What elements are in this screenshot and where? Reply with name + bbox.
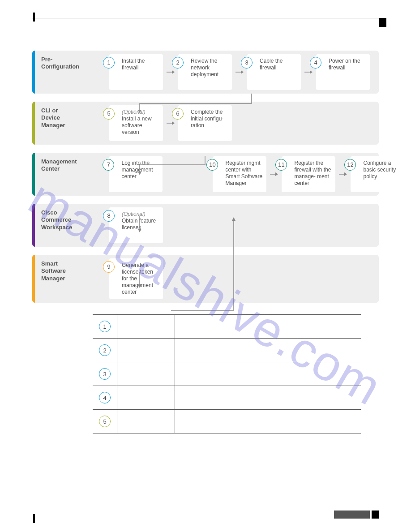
step-card-11: 11 Register the firewall with the manage… [282,156,335,192]
step-badge: 11 [275,159,287,171]
table-cell [117,362,175,386]
svg-marker-18 [344,172,347,176]
step-badge: 10 [206,159,218,171]
step-card-1: 1 Install the firewall [109,54,163,90]
footer-bar [334,511,370,519]
page-crop-mark [379,18,386,27]
step-optional: (Optional) [122,109,146,115]
table-row: 2 [93,339,361,362]
step-card-4: 4 Power on the firewall [316,54,370,90]
table-row: 4 [93,386,361,410]
step-text: Complete the initial configu- ration [191,109,223,129]
step-badge: 6 [172,108,184,120]
step-badge: 4 [310,57,321,69]
step-text: Cable the firewall [260,58,283,71]
step-badge: 7 [103,159,114,171]
step-text: Power on the firewall [329,58,360,71]
table-cell [117,386,175,409]
step-text: Install a new software version [122,116,152,135]
row-badge: 2 [99,344,111,356]
step-card-12: 12 Configure a basic security policy [351,156,404,192]
stage-label: Management Center [32,153,81,196]
step-card-6: 6 Complete the initial configu- ration [178,105,232,141]
row-badge: 3 [99,368,111,380]
stage-pre-configuration: Pre- Configuration 1 Install the firewal… [32,51,379,94]
svg-marker-14 [172,121,175,125]
arrow-right-icon [304,69,313,75]
row-badge: 5 [99,416,111,427]
step-text: Register the firewall with the manage- m… [294,160,331,186]
page-crop-mark [33,13,35,21]
arrow-right-icon [235,69,244,75]
arrow-right-icon [167,69,175,75]
svg-marker-5 [310,70,313,74]
svg-marker-1 [172,70,175,74]
workflow-diagram: Pre- Configuration 1 Install the firewal… [32,51,379,303]
stage-management-center: Management Center 7 Log into the managem… [32,153,379,196]
step-card-8: 8 (Optional) Obtain feature licenses [109,207,163,243]
step-badge: 9 [103,261,115,273]
step-badge: 2 [172,57,184,69]
stage-label: Smart Software Manager [32,255,81,303]
header-rule [32,18,379,18]
step-text: Log into the management center [121,160,153,180]
step-badge: 12 [344,159,356,171]
step-card-3: 3 Cable the firewall [247,54,301,90]
stage-smart-software-manager: Smart Software Manager 9 Generate a lice… [32,255,379,303]
step-badge: 5 [103,108,115,120]
steps-table: 1 2 3 4 5 [93,314,361,433]
table-row: 1 [93,315,361,339]
step-text: Install the firewall [122,58,145,71]
step-text: Register mgmt center with Smart Software… [225,160,262,186]
table-cell [117,315,175,338]
svg-marker-16 [275,172,278,176]
step-text: Configure a basic security policy [363,160,396,180]
step-text: Generate a license token for the managem… [122,262,153,295]
page-crop-mark [372,511,379,519]
svg-marker-3 [241,70,244,74]
page-crop-mark [33,514,35,523]
step-text: Review the network deployment [191,58,218,77]
step-card-10: 10 Register mgmt center with Smart Softw… [213,156,266,192]
stage-cisco-commerce-workspace: Cisco Commerce Workspace 8 (Optional) Ob… [32,204,379,247]
stage-label: Cisco Commerce Workspace [32,204,81,247]
table-cell [117,339,175,362]
step-badge: 3 [241,57,253,69]
row-badge: 4 [99,392,111,403]
stage-label: Pre- Configuration [32,51,81,94]
table-row: 5 [93,410,361,433]
table-row: 3 [93,362,361,386]
step-card-7: 7 Log into the management center [109,156,163,192]
arrow-right-icon [167,120,175,126]
step-badge: 1 [103,57,115,69]
step-card-5: 5 (Optional) Install a new software vers… [109,105,163,141]
step-text: Obtain feature licenses [122,218,156,231]
arrow-right-icon [339,172,347,177]
arrow-right-icon [270,172,278,177]
table-cell [117,410,175,433]
row-badge: 1 [99,321,111,332]
step-badge: 8 [103,210,115,222]
step-card-2: 2 Review the network deployment [178,54,232,90]
stage-cli-device-manager: CLI or Device Manager 5 (Optional) Insta… [32,102,379,145]
stage-label: CLI or Device Manager [32,102,81,145]
step-card-9: 9 Generate a license token for the manag… [109,258,163,299]
step-optional: (Optional) [122,211,146,217]
